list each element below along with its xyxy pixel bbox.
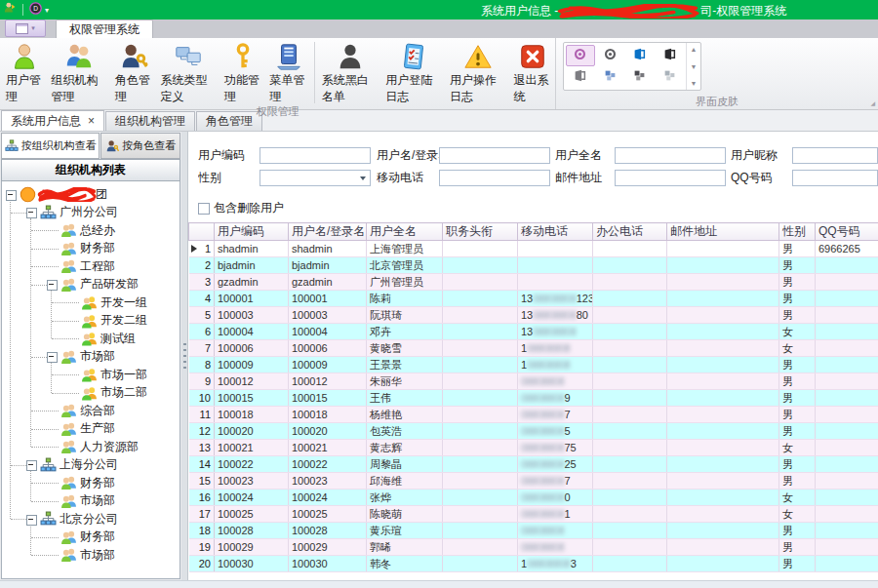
ribbon-button-role-key[interactable]: 角色管理 bbox=[111, 40, 156, 105]
table-row[interactable]: 17100025100025陈晓萌088088081女 bbox=[189, 506, 878, 523]
ribbon-tab-permissions[interactable]: 权限管理系统 bbox=[56, 20, 153, 38]
移动电话-input[interactable] bbox=[439, 170, 550, 186]
table-row[interactable]: 9100012100012朱丽华08808808男 bbox=[189, 373, 878, 390]
gallery-expand-icon[interactable]: ▼ bbox=[691, 80, 698, 87]
skin-blocks-blue-button[interactable] bbox=[596, 67, 625, 89]
tree-collapse-icon[interactable] bbox=[47, 352, 58, 363]
table-row[interactable]: 20100030100030韩冬1088088083男 bbox=[189, 556, 878, 572]
table-row[interactable]: 11100018100018杨维艳088088087男 bbox=[189, 407, 878, 423]
qq-cell bbox=[816, 423, 878, 440]
QQ号码-input[interactable] bbox=[792, 170, 878, 186]
ribbon-button-silhouette[interactable]: 系统黑白名单 bbox=[318, 40, 382, 105]
column-header-性别[interactable]: 性别 bbox=[779, 223, 816, 241]
row-indicator-header[interactable] bbox=[189, 223, 215, 241]
tree-item-生产部[interactable]: 生产部 bbox=[2, 420, 180, 439]
邮件地址-input[interactable] bbox=[615, 170, 726, 186]
ribbon-button-org-users[interactable]: 组织机构管理 bbox=[47, 40, 111, 105]
gallery-scroll-down-icon[interactable]: ▼ bbox=[691, 63, 698, 70]
tree-item-开发二组[interactable]: 开发二组 bbox=[2, 312, 180, 331]
skin-blocks-gray-button[interactable] bbox=[656, 67, 685, 89]
ribbon-button-gold-key[interactable]: 功能管理 bbox=[220, 40, 265, 105]
tree-item-综合部[interactable]: 综合部 bbox=[2, 402, 180, 420]
tree-collapse-icon[interactable] bbox=[47, 280, 58, 291]
table-row[interactable]: 1shadminshadmin上海管理员男6966265 bbox=[189, 241, 878, 257]
ribbon-button-user-manage[interactable]: 用户管理 bbox=[2, 40, 47, 105]
tree-item-财务部[interactable]: 财务部 bbox=[2, 529, 180, 547]
skin-dark-circle-button[interactable] bbox=[596, 45, 625, 66]
column-header-办公电话[interactable]: 办公电话 bbox=[593, 223, 667, 241]
org-tree: 团广州分公司总经办财务部工程部产品研发部开发一组开发二组测试组市场部市场一部市场… bbox=[1, 181, 180, 579]
tree-item-市场一部[interactable]: 市场一部 bbox=[2, 366, 180, 384]
column-header-用户名/登录名[interactable]: 用户名/登录名 bbox=[289, 223, 367, 241]
table-row[interactable]: 3gzadmingzadmin广州管理员男 bbox=[189, 274, 878, 291]
skin-blocks-dark-button[interactable] bbox=[625, 67, 655, 89]
ribbon-button-monitors[interactable]: 系统类型定义 bbox=[156, 40, 220, 105]
ribbon-button-warning[interactable]: 用户操作日志 bbox=[446, 40, 510, 105]
table-row[interactable]: 2bjadminbjadmin北京管理员男 bbox=[189, 257, 878, 274]
table-row[interactable]: 15100023100023邱海维088088087男 bbox=[189, 473, 878, 490]
mobile-cell bbox=[518, 274, 593, 291]
column-header-职务头衔[interactable]: 职务头衔 bbox=[443, 223, 518, 241]
table-row[interactable]: 16100024100024张烨088088080女 bbox=[189, 490, 878, 506]
table-row[interactable]: 6100004100004邓卉1308808808女 bbox=[189, 324, 878, 340]
include-deleted-checkbox[interactable] bbox=[198, 203, 210, 215]
tree-item-上海分公司[interactable]: 上海分公司 bbox=[2, 456, 180, 475]
tree-item-产品研发部[interactable]: 产品研发部 bbox=[2, 276, 180, 294]
table-row[interactable]: 18100028100028黄乐瑄08808808男 bbox=[189, 523, 878, 539]
panel-splitter[interactable] bbox=[181, 132, 188, 580]
dialog-launcher-icon[interactable]: ◢ bbox=[870, 100, 875, 106]
tree-item-root[interactable]: 团 bbox=[2, 185, 180, 204]
blurred-digits: 08808808 bbox=[521, 542, 565, 553]
view-button-org-chart[interactable]: 按组织机构查看 bbox=[1, 133, 100, 159]
table-row[interactable]: 14100022100022周黎晶0880880825男 bbox=[189, 456, 878, 473]
tree-item-市场部[interactable]: 市场部 bbox=[2, 546, 180, 565]
column-header-用户编码[interactable]: 用户编码 bbox=[215, 223, 289, 241]
ribbon-button-exit[interactable]: 退出系统 bbox=[510, 40, 555, 105]
tree-item-市场部[interactable]: 市场部 bbox=[2, 492, 180, 511]
table-row[interactable]: 8100009100009王景景108808808男 bbox=[189, 357, 878, 373]
tree-item-广州分公司[interactable]: 广州分公司 bbox=[2, 204, 180, 222]
table-row[interactable]: 5100003100003阮琪琦130880880880男 bbox=[189, 307, 878, 324]
skin-devexpress-circle-button[interactable] bbox=[566, 45, 595, 66]
ribbon-button-checklist[interactable]: 用户登陆日志 bbox=[381, 40, 446, 105]
table-row[interactable]: 19100029100029郭晞08808808男 bbox=[189, 539, 878, 556]
gallery-scroll-up-icon[interactable]: ▲ bbox=[691, 46, 698, 53]
devexpress-logo-icon[interactable]: D bbox=[29, 2, 42, 18]
tree-item-测试组[interactable]: 测试组 bbox=[2, 330, 180, 348]
skin-office-blue-button[interactable] bbox=[625, 45, 655, 66]
用户昵称-input[interactable] bbox=[792, 147, 878, 164]
table-row[interactable]: 12100020100020包英浩088088085男 bbox=[189, 423, 878, 440]
column-header-邮件地址[interactable]: 邮件地址 bbox=[667, 223, 779, 241]
tree-item-财务部[interactable]: 财务部 bbox=[2, 240, 180, 258]
view-button-role-view[interactable]: 按角色查看 bbox=[100, 133, 180, 159]
table-row[interactable]: 13100021100021黄志辉0880880875女 bbox=[189, 440, 878, 456]
tree-item-工程部[interactable]: 工程部 bbox=[2, 257, 180, 276]
tree-item-市场二部[interactable]: 市场二部 bbox=[2, 384, 180, 403]
gold-key-icon bbox=[228, 42, 258, 71]
table-row[interactable]: 10100015100015王伟088088089男 bbox=[189, 390, 878, 407]
skin-office-gray-button[interactable] bbox=[566, 67, 595, 89]
column-header-移动电话[interactable]: 移动电话 bbox=[518, 223, 593, 241]
tree-item-市场部[interactable]: 市场部 bbox=[2, 348, 180, 367]
tree-collapse-icon[interactable] bbox=[6, 190, 17, 201]
table-row[interactable]: 7100006100006黄晓雪108808808女 bbox=[189, 340, 878, 357]
tree-item-北京分公司[interactable]: 北京分公司 bbox=[2, 510, 180, 529]
qat-dropdown-icon[interactable]: ▾ bbox=[45, 6, 49, 15]
用户名/登录名-input[interactable] bbox=[439, 147, 550, 164]
tree-collapse-icon[interactable] bbox=[26, 460, 37, 471]
用户全名-input[interactable] bbox=[615, 147, 726, 164]
tree-collapse-icon[interactable] bbox=[26, 515, 37, 526]
tree-item-财务部[interactable]: 财务部 bbox=[2, 474, 180, 492]
column-header-用户全名[interactable]: 用户全名 bbox=[367, 223, 443, 241]
table-row[interactable]: 4100001100001陈莉1308808808123男 bbox=[189, 291, 878, 307]
tree-item-开发一组[interactable]: 开发一组 bbox=[2, 294, 180, 312]
gender-select[interactable] bbox=[259, 170, 371, 186]
tree-collapse-icon[interactable] bbox=[26, 208, 37, 218]
tree-item-总经办[interactable]: 总经办 bbox=[2, 221, 180, 240]
用户编码-input[interactable] bbox=[259, 147, 371, 164]
app-menu-button[interactable]: ▾ bbox=[5, 20, 46, 37]
column-header-QQ号码[interactable]: QQ号码 bbox=[816, 223, 878, 241]
skin-office-black-button[interactable] bbox=[656, 45, 685, 66]
tree-item-人力资源部[interactable]: 人力资源部 bbox=[2, 438, 180, 456]
ribbon-button-menu-device[interactable]: 菜单管理 bbox=[266, 40, 311, 105]
